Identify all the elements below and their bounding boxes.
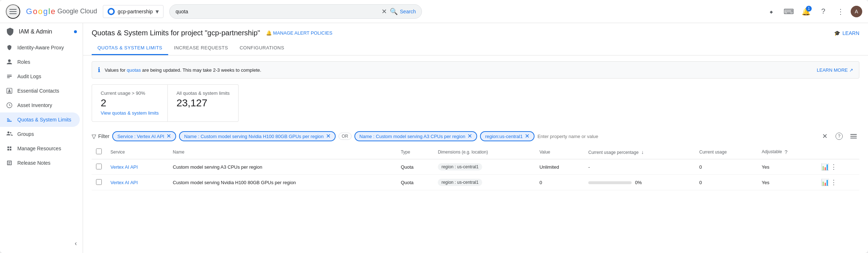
progress-bar-container	[588, 181, 632, 184]
info-banner-text: Values for quotas are being updated. Thi…	[105, 67, 812, 73]
avatar[interactable]: A	[851, 6, 862, 17]
column-header-adjustable: Adjustable ?	[758, 145, 817, 159]
external-link-icon: ↗	[849, 67, 853, 73]
google-cloud-logo: Google Google Cloud	[26, 7, 97, 16]
chart-button[interactable]: 📊	[821, 178, 829, 186]
view-quotas-link[interactable]: View quotas & system limits	[101, 110, 159, 116]
stats-value-1: 2	[101, 97, 159, 109]
filter-input[interactable]	[537, 134, 816, 139]
row-type-cell: Quota	[396, 175, 433, 190]
row-name-cell: Custom model serving Nvidia H100 80GB GP…	[169, 175, 397, 190]
filter-chip-1[interactable]: Service : Vertex AI API ✕	[112, 131, 176, 141]
sidebar-item-groups[interactable]: Groups	[0, 127, 80, 141]
row-usage-pct-cell: -	[584, 159, 695, 175]
sidebar-item-label: Essential Contacts	[17, 88, 59, 94]
filter-chip-5[interactable]: region:us-central1 ✕	[480, 131, 535, 141]
sidebar-item-asset-inventory[interactable]: Asset Inventory	[0, 98, 80, 112]
adjustable-help-icon[interactable]: ?	[785, 149, 788, 155]
column-header-actions	[817, 145, 859, 159]
column-header-usage-pct[interactable]: Current usage percentage ↓	[584, 145, 695, 159]
stats-value-2: 23,127	[176, 97, 230, 109]
chip-remove-icon[interactable]: ✕	[525, 133, 529, 139]
row-checkbox[interactable]	[96, 164, 102, 169]
cloud-shell-button[interactable]: ⌨	[781, 4, 796, 19]
tab-configurations[interactable]: CONFIGURATIONS	[234, 41, 290, 55]
quotas-link[interactable]: quotas	[127, 67, 141, 73]
table-header: Service Name Type Dimensions (e.g. locat…	[92, 145, 859, 159]
filter-chip-4[interactable]: Name : Custom model serving A3 CPUs per …	[354, 131, 477, 141]
chip-remove-icon[interactable]: ✕	[326, 133, 331, 139]
sidebar-item-manage-resources[interactable]: Manage Resources	[0, 141, 80, 156]
sidebar-item-release-notes[interactable]: Release Notes	[0, 156, 80, 170]
filter-bar: ▽ Filter Service : Vertex AI API ✕ Name …	[92, 128, 859, 145]
tab-quotas-system-limits[interactable]: QUOTAS & SYSTEM LIMITS	[92, 41, 168, 55]
notifications-button[interactable]: 🔔 1	[799, 4, 813, 19]
top-bar: Google Google Cloud gcp-partnership ▾ ✕ …	[0, 0, 868, 23]
sidebar-item-audit-logs[interactable]: Audit Logs	[0, 69, 80, 84]
sidebar-item-label: Manage Resources	[17, 146, 61, 151]
row-service-cell: Vertex AI API	[106, 175, 169, 190]
collapse-sidebar-button[interactable]: ‹	[0, 237, 83, 250]
filter-or-badge: OR	[339, 133, 352, 140]
chip-remove-icon[interactable]: ✕	[467, 133, 472, 139]
close-icon: ✕	[822, 132, 828, 140]
page-title: Quotas & System Limits for project "gcp-…	[92, 29, 260, 37]
search-button[interactable]: 🔍 Search	[390, 8, 416, 15]
row-more-button[interactable]: ⋮	[830, 163, 837, 171]
pin-button[interactable]: ⬥	[764, 4, 778, 19]
row-adjustable-cell: Yes	[758, 159, 817, 175]
service-link[interactable]: Vertex AI API	[110, 164, 138, 170]
row-value-cell: Unlimited	[535, 159, 584, 175]
columns-button[interactable]	[848, 130, 859, 142]
learn-more-link[interactable]: LEARN MORE ↗	[817, 67, 853, 73]
sidebar-item-identity-aware-proxy[interactable]: Identity-Aware Proxy	[0, 40, 80, 55]
stats-row: Current usage > 90% 2 View quotas & syst…	[92, 84, 859, 122]
search-input[interactable]	[175, 9, 381, 14]
terminal-icon: ⌨	[784, 7, 794, 16]
select-all-checkbox[interactable]	[96, 148, 102, 154]
search-icon: 🔍	[390, 8, 398, 15]
sidebar-item-label: Groups	[17, 131, 34, 137]
table-row: Vertex AI API Custom model serving Nvidi…	[92, 175, 859, 190]
sidebar-item-label: Roles	[17, 59, 30, 65]
sidebar-item-label: Identity-Aware Proxy	[17, 45, 64, 50]
search-bar: ✕ 🔍 Search	[169, 4, 422, 19]
tab-increase-requests[interactable]: INCREASE REQUESTS	[168, 41, 234, 55]
hamburger-button[interactable]	[6, 4, 20, 19]
chart-button[interactable]: 📊	[821, 163, 829, 171]
sidebar: IAM & Admin Identity-Aware Proxy Roles	[0, 23, 83, 253]
project-icon	[108, 8, 115, 15]
sidebar-item-quotas-system-limits[interactable]: Quotas & System Limits	[0, 112, 80, 127]
filter-help-button[interactable]: ?	[833, 130, 845, 142]
filter-chip-2[interactable]: Name : Custom model serving Nvidia H100 …	[179, 131, 336, 141]
learn-button[interactable]: 🎓 LEARN	[834, 30, 859, 36]
sidebar-item-roles[interactable]: Roles	[0, 55, 80, 69]
filter-clear-button[interactable]: ✕	[819, 130, 830, 142]
audit-logs-icon	[6, 73, 13, 80]
sidebar-item-label: Release Notes	[17, 160, 51, 166]
sidebar-item-essential-contacts[interactable]: Essential Contacts	[0, 84, 80, 98]
essential-contacts-icon	[6, 87, 13, 94]
manage-alert-policies-link[interactable]: 🔔 MANAGE ALERT POLICIES	[266, 30, 332, 36]
more-options-button[interactable]: ⋮	[833, 4, 848, 19]
roles-icon	[6, 58, 13, 66]
top-bar-actions: ⬥ ⌨ 🔔 1 ? ⋮ A	[764, 4, 862, 19]
project-selector[interactable]: gcp-partnership ▾	[103, 5, 163, 18]
help-button[interactable]: ?	[816, 4, 830, 19]
project-name: gcp-partnership	[118, 9, 153, 14]
row-checkbox[interactable]	[96, 179, 102, 185]
filter-label: ▽ Filter	[92, 133, 109, 140]
service-link[interactable]: Vertex AI API	[110, 180, 138, 185]
alert-bell-icon: 🔔	[266, 30, 272, 36]
row-dimensions-cell: region : us-central1	[433, 175, 535, 190]
help-icon: ?	[821, 7, 825, 15]
project-dropdown-icon: ▾	[156, 8, 159, 15]
sidebar-item-label: Quotas & System Limits	[17, 117, 71, 123]
row-actions-cell: 📊 ⋮	[817, 159, 859, 175]
chip-remove-icon[interactable]: ✕	[166, 133, 171, 139]
row-more-button[interactable]: ⋮	[830, 178, 837, 186]
sidebar-item-label: Asset Inventory	[17, 102, 52, 108]
search-clear-icon[interactable]: ✕	[381, 8, 387, 15]
stats-card-high-usage: Current usage > 90% 2 View quotas & syst…	[92, 84, 168, 122]
notification-badge: 1	[806, 6, 812, 12]
